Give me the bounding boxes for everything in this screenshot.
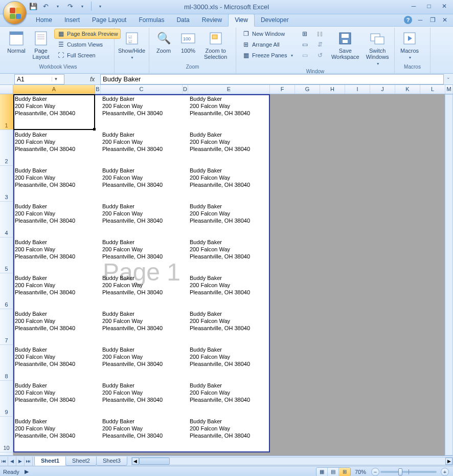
cell[interactable]: Buddy Baker 200 Falcon Way Pleasantville…: [101, 202, 183, 237]
zoom-button[interactable]: 🔍 Zoom: [152, 29, 175, 55]
vertical-scrollbar[interactable]: [445, 94, 453, 456]
doc-restore-button[interactable]: ❐: [428, 16, 437, 24]
new-window-button[interactable]: ❐New Window: [239, 29, 296, 39]
name-box-input[interactable]: [15, 76, 52, 83]
tab-page-layout[interactable]: Page Layout: [86, 14, 132, 26]
tab-prev-icon[interactable]: ◀: [8, 457, 16, 466]
qat-customize-icon[interactable]: ▼: [96, 2, 105, 11]
tab-home[interactable]: Home: [30, 14, 58, 26]
col-header-H[interactable]: H: [320, 85, 345, 94]
normal-view-button[interactable]: Normal: [5, 29, 28, 55]
scroll-thumb[interactable]: [139, 458, 170, 465]
undo-dropdown-icon[interactable]: ▼: [53, 2, 62, 11]
cell[interactable]: Buddy Baker 200 Falcon Way Pleasantville…: [188, 166, 270, 202]
scroll-right-icon[interactable]: ▶: [445, 458, 452, 465]
page-layout-button[interactable]: Page Layout: [30, 29, 52, 61]
row-header-7[interactable]: 7: [0, 309, 13, 345]
cell[interactable]: Buddy Baker 200 Falcon Way Pleasantville…: [101, 94, 183, 130]
col-header-J[interactable]: J: [370, 85, 395, 94]
custom-views-button[interactable]: ☰ Custom Views: [54, 39, 121, 50]
doc-minimize-button[interactable]: ─: [416, 16, 424, 24]
col-header-L[interactable]: L: [420, 85, 445, 94]
row-header-6[interactable]: 6: [0, 273, 13, 309]
cell[interactable]: Buddy Baker 200 Falcon Way Pleasantville…: [101, 130, 183, 166]
cell[interactable]: Buddy Baker 200 Falcon Way Pleasantville…: [188, 345, 270, 381]
horizontal-scrollbar[interactable]: ◀ ▶: [131, 457, 453, 465]
macros-button[interactable]: Macros ▼: [398, 29, 421, 62]
cell[interactable]: Buddy Baker 200 Falcon Way Pleasantville…: [13, 94, 95, 130]
minimize-button[interactable]: ─: [408, 2, 419, 10]
tab-view[interactable]: View: [228, 14, 255, 27]
doc-close-button[interactable]: ✕: [441, 16, 449, 24]
cell[interactable]: Buddy Baker 200 Falcon Way Pleasantville…: [188, 130, 270, 166]
tab-first-icon[interactable]: ⏮: [0, 457, 8, 466]
row-header-8[interactable]: 8: [0, 345, 13, 381]
show-hide-button[interactable]: ☑☑ Show/Hide ▼: [118, 29, 146, 62]
zoom-selection-button[interactable]: Zoom to Selection: [201, 29, 230, 61]
cell[interactable]: Buddy Baker 200 Falcon Way Pleasantville…: [13, 417, 95, 452]
col-header-M[interactable]: M: [445, 85, 453, 94]
save-workspace-button[interactable]: Save Workspace: [329, 29, 361, 61]
scroll-left-icon[interactable]: ◀: [132, 458, 139, 465]
cell[interactable]: Buddy Baker 200 Falcon Way Pleasantville…: [101, 273, 183, 309]
cell[interactable]: Buddy Baker 200 Falcon Way Pleasantville…: [188, 237, 270, 273]
col-header-A[interactable]: A: [13, 85, 95, 94]
switch-windows-button[interactable]: Switch Windows ▼: [364, 29, 391, 69]
cell[interactable]: Buddy Baker 200 Falcon Way Pleasantville…: [101, 417, 183, 452]
col-header-K[interactable]: K: [395, 85, 420, 94]
cell[interactable]: Buddy Baker 200 Falcon Way Pleasantville…: [188, 273, 270, 309]
col-header-F[interactable]: F: [270, 85, 295, 94]
select-all-button[interactable]: [0, 85, 13, 94]
col-header-B[interactable]: B: [95, 85, 101, 94]
cell[interactable]: Buddy Baker 200 Falcon Way Pleasantville…: [188, 381, 270, 417]
tab-review[interactable]: Review: [196, 14, 228, 26]
cell[interactable]: Buddy Baker 200 Falcon Way Pleasantville…: [13, 166, 95, 202]
col-header-E[interactable]: E: [188, 85, 270, 94]
cell[interactable]: Buddy Baker 200 Falcon Way Pleasantville…: [13, 309, 95, 345]
row-header-9[interactable]: 9: [0, 381, 13, 417]
cell[interactable]: Buddy Baker 200 Falcon Way Pleasantville…: [188, 94, 270, 130]
freeze-panes-button[interactable]: ▦Freeze Panes▼: [239, 50, 296, 60]
cells-region[interactable]: Page 1 Buddy Baker 200 Falcon Way Pleasa…: [13, 94, 453, 456]
formula-input[interactable]: [100, 74, 444, 84]
sheet-tab-sheet2[interactable]: Sheet2: [65, 457, 97, 466]
name-box-dropdown-icon[interactable]: ▼: [52, 77, 60, 81]
sheet-tab-sheet3[interactable]: Sheet3: [96, 457, 127, 466]
col-header-I[interactable]: I: [345, 85, 370, 94]
cell[interactable]: Buddy Baker 200 Falcon Way Pleasantville…: [101, 166, 183, 202]
expand-formula-icon[interactable]: ⌄: [445, 75, 452, 84]
close-button[interactable]: ✕: [439, 2, 450, 10]
name-box[interactable]: ▼: [14, 74, 64, 84]
normal-view-switch[interactable]: ▦: [316, 468, 328, 476]
cell[interactable]: Buddy Baker 200 Falcon Way Pleasantville…: [188, 309, 270, 345]
row-header-10[interactable]: 10: [0, 417, 13, 452]
zoom-level[interactable]: 70%: [355, 469, 366, 475]
col-header-C[interactable]: C: [101, 85, 183, 94]
office-button[interactable]: [3, 1, 27, 25]
cell[interactable]: Buddy Baker 200 Falcon Way Pleasantville…: [101, 237, 183, 273]
row-header-1[interactable]: 1: [0, 94, 13, 130]
col-header-G[interactable]: G: [295, 85, 320, 94]
zoom-100-button[interactable]: 100 100%: [177, 29, 199, 55]
row-header-3[interactable]: 3: [0, 166, 13, 202]
arrange-all-button[interactable]: ⊞Arrange All: [239, 39, 296, 50]
row-header-5[interactable]: 5: [0, 237, 13, 273]
macro-record-icon[interactable]: ▶: [25, 468, 29, 475]
tab-developer[interactable]: Developer: [255, 14, 295, 26]
hide-button[interactable]: ▭: [298, 39, 311, 50]
cell[interactable]: Buddy Baker 200 Falcon Way Pleasantville…: [13, 202, 95, 237]
page-break-switch[interactable]: ⊞: [339, 468, 350, 476]
col-header-D[interactable]: D: [183, 85, 188, 94]
zoom-in-button[interactable]: +: [441, 468, 449, 476]
fx-icon[interactable]: fx: [90, 76, 100, 83]
split-button[interactable]: ⊞: [298, 29, 311, 39]
cell[interactable]: Buddy Baker 200 Falcon Way Pleasantville…: [13, 130, 95, 166]
cell[interactable]: Buddy Baker 200 Falcon Way Pleasantville…: [188, 202, 270, 237]
page-layout-switch[interactable]: ▤: [328, 468, 339, 476]
tab-next-icon[interactable]: ▶: [16, 457, 25, 466]
undo-icon[interactable]: ↶: [41, 2, 50, 11]
tab-last-icon[interactable]: ⏭: [25, 457, 33, 466]
cell[interactable]: Buddy Baker 200 Falcon Way Pleasantville…: [101, 309, 183, 345]
tab-insert[interactable]: Insert: [58, 14, 86, 26]
help-icon[interactable]: ?: [404, 16, 412, 24]
